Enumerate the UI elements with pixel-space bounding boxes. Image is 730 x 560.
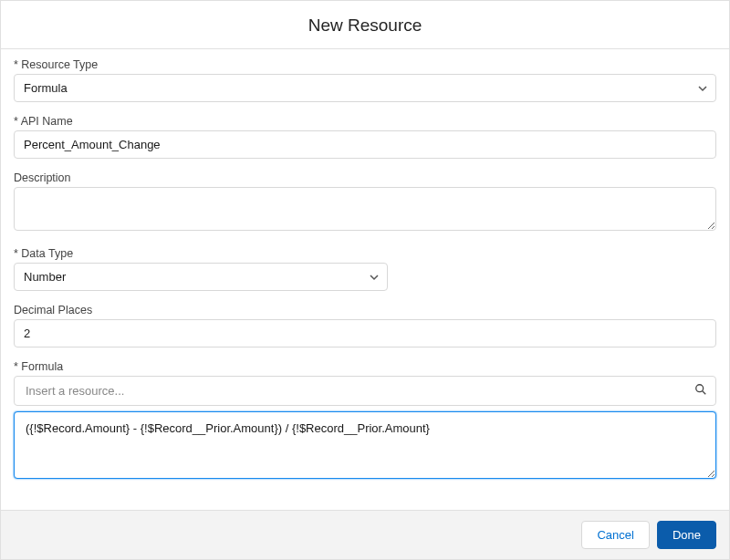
formula-editor[interactable]: ({!$Record.Amount} - {!$Record__Prior.Am… <box>14 411 716 479</box>
api-name-group: API Name <box>14 115 716 159</box>
api-name-label: API Name <box>14 115 716 128</box>
form-body: Resource Type Formula API Name Descripti… <box>1 49 729 482</box>
description-group: Description <box>14 171 716 234</box>
resource-type-select-wrap: Formula <box>14 74 716 102</box>
formula-group: Formula ({!$Record.Amount} - {!$Record__… <box>14 360 716 482</box>
decimal-places-label: Decimal Places <box>14 304 716 316</box>
formula-label: Formula <box>14 360 716 373</box>
resource-type-group: Resource Type Formula <box>14 58 716 102</box>
modal-title: New Resource <box>1 1 729 49</box>
svg-point-0 <box>696 384 704 391</box>
resource-lookup <box>14 376 716 406</box>
resource-type-select[interactable]: Formula <box>14 74 716 102</box>
data-type-select[interactable]: Number <box>14 263 388 291</box>
resource-type-label: Resource Type <box>14 58 716 71</box>
data-type-select-wrap: Number <box>14 263 388 291</box>
cancel-button[interactable]: Cancel <box>581 521 649 549</box>
decimal-places-group: Decimal Places <box>14 304 716 347</box>
search-icon <box>694 383 707 399</box>
svg-line-1 <box>703 390 706 394</box>
modal-footer: Cancel Done <box>1 510 729 559</box>
data-type-group: Data Type Number <box>14 247 716 291</box>
resource-lookup-input[interactable] <box>14 376 716 406</box>
api-name-input[interactable] <box>14 130 716 159</box>
done-button[interactable]: Done <box>657 521 716 549</box>
data-type-label: Data Type <box>14 247 716 260</box>
decimal-places-input[interactable] <box>14 319 716 347</box>
description-textarea[interactable] <box>14 187 716 231</box>
description-label: Description <box>14 171 716 184</box>
